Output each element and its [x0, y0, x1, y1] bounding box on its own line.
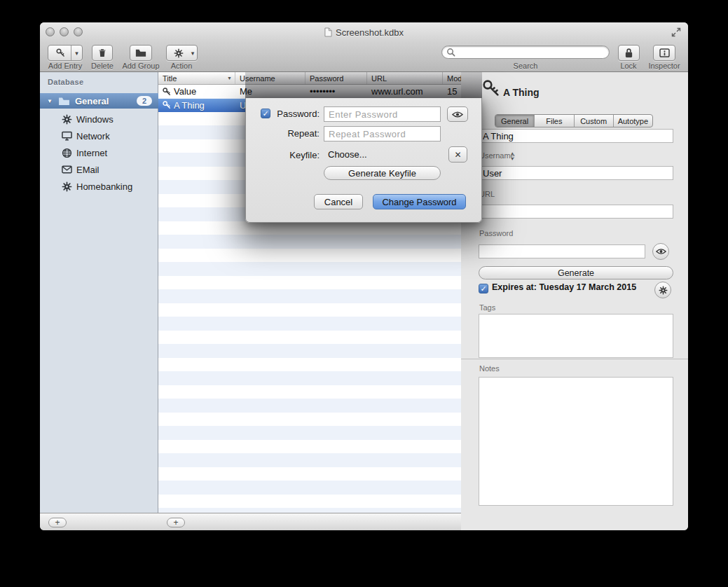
cancel-button[interactable]: Cancel [314, 194, 363, 209]
title-field[interactable] [479, 129, 673, 143]
dialog-keyfile-label: Keyfile: [270, 150, 320, 160]
dialog-password-input[interactable] [324, 106, 441, 122]
sidebar-item-email[interactable]: EMail [40, 161, 158, 178]
username-field[interactable] [479, 166, 673, 180]
key-icon [162, 100, 172, 110]
tags-label: Tags [479, 303, 495, 312]
document-icon [324, 27, 332, 37]
delete-button[interactable] [92, 45, 113, 61]
search-input-wrap[interactable] [441, 46, 610, 59]
sidebar-item-homebanking[interactable]: Homebanking [40, 178, 158, 195]
tab-files[interactable]: Files [535, 115, 574, 127]
dialog-show-password-button[interactable] [447, 106, 468, 122]
entry-title: A Thing [174, 100, 205, 111]
inspector-label: Inspector [648, 62, 680, 70]
disclosure-triangle-icon[interactable]: ▼ [47, 98, 53, 104]
sheet-shadow [245, 72, 482, 98]
action-button[interactable]: ▾ [166, 45, 198, 61]
lock-icon [624, 48, 633, 58]
column-header-title[interactable]: Title ▼ [158, 72, 235, 84]
dialog-password-label: Password: [270, 109, 320, 119]
inspector-panel-icon [659, 48, 670, 57]
keyfile-popup[interactable]: Choose... ▲ ▼ [324, 147, 441, 163]
folder-icon [58, 97, 70, 106]
trash-icon [97, 48, 107, 58]
sidebar: Database ▼ General 2 Windows Network [40, 72, 158, 513]
dialog-repeat-label: Repeat: [270, 128, 320, 139]
sidebar-item-label: Windows [76, 114, 114, 125]
key-icon [481, 78, 502, 99]
sidebar-item-label: Network [76, 131, 110, 141]
window-title: Screenshot.kdbx [336, 27, 404, 38]
inspector-panel: A Thing General Files Custom Autotype Us… [461, 72, 688, 530]
action-label: Action [171, 62, 193, 70]
add-group-button[interactable] [130, 45, 152, 61]
generate-password-button[interactable]: Generate [479, 266, 673, 279]
password-field[interactable] [479, 244, 645, 258]
search-icon [446, 48, 455, 57]
add-group-label: Add Group [122, 62, 159, 70]
window-title-bar: Screenshot.kdbx [40, 27, 688, 38]
lock-button[interactable] [618, 45, 640, 61]
add-entry-button[interactable]: ▾ [48, 45, 83, 61]
sort-arrow-icon: ▼ [227, 76, 232, 81]
change-password-button[interactable]: Change Password [373, 194, 466, 209]
gear-icon [61, 181, 72, 192]
inspector-button[interactable] [653, 45, 675, 61]
sidebar-item-label: EMail [76, 165, 99, 175]
sidebar-group-general[interactable]: ▼ General 2 [40, 93, 158, 109]
url-field[interactable] [479, 205, 673, 219]
sidebar-item-internet[interactable]: Internet [40, 144, 158, 161]
add-group-plus-button[interactable]: + [48, 518, 67, 527]
tab-autotype[interactable]: Autotype [614, 115, 652, 127]
add-entry-label: Add Entry [48, 62, 82, 70]
show-password-button[interactable] [652, 243, 669, 260]
checkmark-icon: ✓ [262, 110, 268, 118]
sidebar-item-windows[interactable]: Windows [40, 111, 158, 127]
inspector-divider [461, 359, 688, 359]
stepper-icon[interactable]: ▲ ▼ [510, 151, 514, 162]
entry-list-bottom-bar: + [158, 513, 461, 530]
inspector-entry-title: A Thing [503, 87, 540, 98]
fullscreen-icon[interactable] [671, 27, 681, 37]
key-icon [50, 48, 71, 58]
expires-settings-button[interactable] [654, 282, 671, 298]
delete-label: Delete [91, 62, 114, 70]
monitor-icon [61, 130, 72, 141]
search-label: Search [514, 62, 538, 70]
tags-input[interactable] [479, 314, 673, 358]
generate-keyfile-button[interactable]: Generate Keyfile [324, 166, 441, 180]
desktop-background: Screenshot.kdbx ▾ Add Entry Delete [0, 0, 728, 587]
tab-general[interactable]: General [495, 115, 535, 127]
add-entry-plus-button[interactable]: + [167, 518, 185, 527]
inspector-tabs: General Files Custom Autotype [495, 114, 653, 127]
keyfile-popup-value: Choose... [328, 149, 367, 160]
checkmark-icon: ✓ [480, 285, 486, 293]
action-dropdown[interactable]: ▾ [188, 46, 197, 60]
key-icon [162, 87, 172, 97]
add-entry-dropdown[interactable]: ▾ [71, 46, 82, 60]
clear-keyfile-button[interactable]: ✕ [448, 146, 467, 163]
folder-icon [135, 48, 146, 57]
dialog-repeat-input[interactable] [324, 126, 441, 141]
tab-custom[interactable]: Custom [575, 115, 614, 127]
sidebar-group-label: General [75, 96, 109, 106]
search-input[interactable] [455, 47, 609, 57]
gear-icon [61, 113, 72, 125]
lock-label: Lock [620, 62, 636, 70]
app-window: Screenshot.kdbx ▾ Add Entry Delete [40, 22, 688, 530]
sidebar-bottom-bar: + [40, 513, 158, 530]
change-password-dialog: ✓ Password: Repeat: Keyfile: Choose... ▲… [245, 98, 482, 223]
expires-checkbox[interactable]: ✓ [479, 284, 488, 294]
entry-title: Value [174, 86, 196, 97]
password-enable-checkbox[interactable]: ✓ [261, 109, 270, 118]
sidebar-item-label: Homebanking [76, 181, 132, 192]
window-chrome: Screenshot.kdbx ▾ Add Entry Delete [40, 22, 688, 72]
group-count-badge: 2 [137, 96, 152, 106]
gear-icon [659, 286, 668, 295]
sidebar-item-label: Internet [76, 148, 107, 158]
globe-icon [61, 147, 72, 158]
envelope-icon [61, 164, 72, 175]
notes-input[interactable] [479, 377, 673, 506]
sidebar-item-network[interactable]: Network [40, 127, 158, 144]
